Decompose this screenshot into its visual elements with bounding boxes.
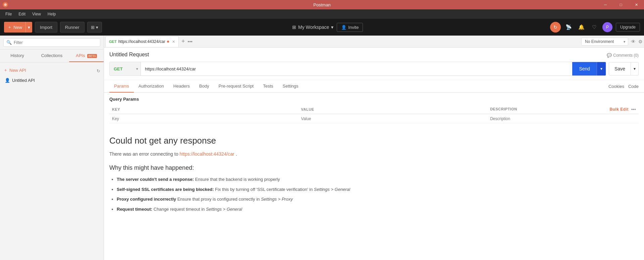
menu-edit[interactable]: Edit <box>16 11 28 17</box>
req-tab-authorization[interactable]: Authorization <box>134 80 169 93</box>
runner-button[interactable]: Runner <box>60 22 85 33</box>
params-table: KEY VALUE DESCRIPTION ••• Bulk Edit <box>109 105 639 123</box>
new-button-main[interactable]: ＋ New <box>4 22 25 33</box>
satellite-icon[interactable]: 📡 <box>564 22 574 32</box>
req-tab-params[interactable]: Params <box>109 80 134 93</box>
main-layout: 🔍 History Collections APIs BETA ＋ New AP… <box>0 36 644 260</box>
bell-icon[interactable]: 🔔 <box>577 22 586 32</box>
request-tabs: Params Authorization Headers Body Pre-re… <box>104 80 644 93</box>
key-cell <box>109 114 299 123</box>
toolbar: ＋ New ▾ Import Runner ⊞ ▾ ⊞ My Workspace… <box>0 19 644 36</box>
bullet-2: Self-signed SSL certificates are being b… <box>117 186 639 193</box>
req-tab-body[interactable]: Body <box>195 80 214 93</box>
new-api-label: New API <box>9 68 26 73</box>
request-title: Untitled Request <box>109 52 149 58</box>
req-tab-tests[interactable]: Tests <box>258 80 278 93</box>
url-input[interactable] <box>141 62 572 75</box>
value-input[interactable] <box>301 116 485 121</box>
maximize-button[interactable]: □ <box>613 0 629 9</box>
tab-close-icon[interactable]: ✕ <box>172 40 175 44</box>
save-dropdown-button[interactable]: ▾ <box>631 62 639 75</box>
window-controls: ─ □ ✕ <box>598 0 644 9</box>
env-gear-icon[interactable]: ⚙ <box>638 39 643 44</box>
comments-link[interactable]: 💬 Comments (0) <box>607 52 639 59</box>
toolbar-right: ↻ 📡 🔔 ♡ P Upgrade <box>550 22 640 33</box>
menu-file[interactable]: File <box>3 11 14 17</box>
request-header-row: Untitled Request 💬 Comments (0) <box>109 52 639 62</box>
params-more-icon[interactable]: ••• <box>631 107 636 112</box>
bulk-edit-link[interactable]: Bulk Edit <box>609 107 629 112</box>
plus-icon: ＋ <box>7 24 12 30</box>
code-link[interactable]: Code <box>628 84 639 89</box>
tab-method: GET <box>109 40 117 44</box>
env-eye-icon[interactable]: 👁 <box>631 39 636 44</box>
save-button[interactable]: Save <box>609 62 631 75</box>
request-tab-get[interactable]: GET https://localhost:44324/car ✕ <box>105 36 179 47</box>
workspace-button[interactable]: ⊞ My Workspace ▾ <box>289 22 337 32</box>
search-input[interactable] <box>14 40 97 45</box>
new-api-button[interactable]: ＋ New API <box>3 66 26 74</box>
bullet-3: Proxy configured incorrectly Ensure that… <box>117 196 639 203</box>
upgrade-button[interactable]: Upgrade <box>616 23 640 32</box>
bullet-4: Request timeout: Change request timeout … <box>117 206 639 213</box>
send-dropdown-button[interactable]: ▾ <box>597 62 606 75</box>
environment-select[interactable]: No Environment <box>581 38 628 46</box>
new-api-row: ＋ New API ↻ <box>3 66 100 76</box>
tab-more-options[interactable]: ••• <box>187 39 193 44</box>
layout-button[interactable]: ⊞ ▾ <box>87 22 102 33</box>
workspace-grid-icon: ⊞ <box>292 24 296 30</box>
response-error-title: Could not get any response <box>109 136 639 146</box>
new-label: New <box>13 25 22 30</box>
description-input[interactable] <box>490 116 636 121</box>
req-tab-headers[interactable]: Headers <box>169 80 195 93</box>
new-tab-button[interactable]: + <box>179 38 188 45</box>
new-button-arrow[interactable]: ▾ <box>25 22 32 33</box>
invite-button[interactable]: 👤 Invite <box>337 23 363 32</box>
search-input-wrap: 🔍 <box>3 38 100 47</box>
close-button[interactable]: ✕ <box>629 0 644 9</box>
method-select-wrap: GET POST PUT DELETE PATCH <box>110 62 141 75</box>
sidebar-tab-apis[interactable]: APIs BETA <box>69 50 104 62</box>
query-params-section: Query Params KEY VALUE DESCRIPTION <box>104 93 644 127</box>
req-tab-pre-request-script[interactable]: Pre-request Script <box>214 80 258 93</box>
import-button[interactable]: Import <box>35 22 57 33</box>
sidebar-content: ＋ New API ↻ 👤 Untitled API <box>0 62 104 260</box>
menu-help[interactable]: Help <box>45 11 59 17</box>
avatar[interactable]: P <box>602 22 612 32</box>
url-bar-row: GET POST PUT DELETE PATCH Send ▾ <box>109 62 639 76</box>
invite-person-icon: 👤 <box>341 25 346 30</box>
req-tab-right: Cookies Code <box>608 84 639 89</box>
method-select[interactable]: GET POST PUT DELETE PATCH <box>110 62 141 75</box>
invite-label: Invite <box>348 25 359 30</box>
sidebar-tab-collections[interactable]: Collections <box>35 50 69 62</box>
req-tab-settings[interactable]: Settings <box>278 80 303 93</box>
comments-count: Comments (0) <box>613 53 639 58</box>
cookies-link[interactable]: Cookies <box>608 84 624 89</box>
menu-view[interactable]: View <box>30 11 44 17</box>
why-title: Why this might have happened: <box>109 164 639 171</box>
workspace-label: My Workspace <box>298 24 329 30</box>
response-area: Could not get any response There was an … <box>104 127 644 221</box>
svg-point-0 <box>4 3 7 6</box>
comment-icon: 💬 <box>607 53 612 58</box>
error-bullets: The server couldn't send a response: Ens… <box>109 176 639 212</box>
params-table-header: KEY VALUE DESCRIPTION ••• Bulk Edit <box>109 105 639 114</box>
layout-arrow: ▾ <box>96 25 98 30</box>
sync-icon[interactable]: ↻ <box>550 22 561 33</box>
bullet-1: The server couldn't send a response: Ens… <box>117 176 639 183</box>
sidebar-item-untitled-api[interactable]: 👤 Untitled API <box>3 76 100 85</box>
key-input[interactable] <box>112 116 296 121</box>
error-link[interactable]: https://localhost:44324/car <box>179 151 234 157</box>
sidebar-refresh-icon[interactable]: ↻ <box>97 68 100 73</box>
send-button[interactable]: Send <box>572 62 597 75</box>
menu-bar: File Edit View Help <box>0 9 644 19</box>
value-cell <box>299 114 488 123</box>
save-btn-group: Save ▾ <box>609 62 639 75</box>
title-bar: Postman ─ □ ✕ <box>0 0 644 9</box>
sidebar: 🔍 History Collections APIs BETA ＋ New AP… <box>0 36 104 260</box>
new-button[interactable]: ＋ New ▾ <box>4 22 32 33</box>
minimize-button[interactable]: ─ <box>598 0 613 9</box>
heart-icon[interactable]: ♡ <box>590 22 599 32</box>
query-params-title: Query Params <box>109 97 639 102</box>
sidebar-tab-history[interactable]: History <box>0 50 35 62</box>
